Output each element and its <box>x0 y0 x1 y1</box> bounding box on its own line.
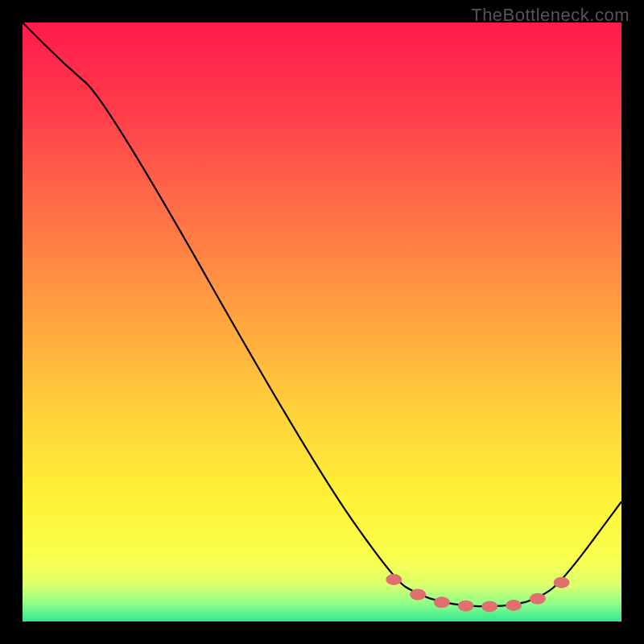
watermark-text: TheBottleneck.com <box>471 5 630 26</box>
chart-plot-area <box>23 23 621 621</box>
curve-marker <box>458 601 474 612</box>
curve-marker <box>506 600 522 611</box>
curve-marker <box>410 589 426 601</box>
chart-curve-layer <box>23 23 621 621</box>
curve-marker <box>554 577 570 588</box>
curve-marker <box>481 601 497 612</box>
bottleneck-curve <box>23 23 621 606</box>
curve-marker <box>434 597 450 608</box>
curve-marker <box>386 574 402 585</box>
curve-marker <box>530 593 546 605</box>
